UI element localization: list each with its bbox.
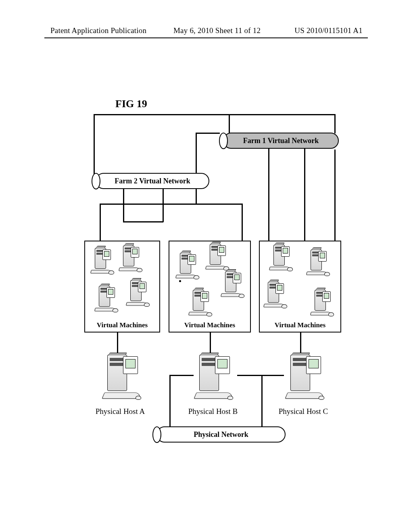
server-icon — [206, 244, 225, 270]
physical-network-label: Physical Network — [194, 430, 248, 439]
server-icon — [177, 253, 195, 278]
server-icon — [265, 282, 283, 308]
vm-group-a: Virtual Machines — [84, 241, 160, 332]
header-right: US 2010/0115101 A1 — [294, 26, 363, 35]
header-rule — [44, 37, 368, 38]
farm1-to-a — [100, 204, 101, 242]
farm2-conn-mid — [163, 189, 164, 222]
physical-host-a-label: Physical Host A — [88, 407, 152, 416]
vm-group-a-label: Virtual Machines — [85, 321, 159, 329]
physical-host-c-label: Physical Host C — [271, 407, 336, 416]
physical-host-a-icon — [104, 355, 137, 399]
physical-network: Physical Network — [156, 426, 286, 443]
server-icon — [270, 245, 289, 270]
farm2-network-label: Farm 2 Virtual Network — [115, 177, 190, 185]
server-icon — [307, 249, 326, 275]
header-middle: May 6, 2010 Sheet 11 of 12 — [173, 26, 261, 35]
farm2-h — [123, 221, 163, 222]
farm2-network: Farm 2 Virtual Network — [96, 173, 209, 189]
server-icon — [311, 290, 330, 316]
server-icon — [120, 245, 138, 271]
server-icon — [222, 271, 240, 297]
farm2-conn-a — [123, 189, 124, 221]
cyl-cap-icon — [92, 173, 100, 189]
phys-conn-mid-h — [237, 375, 262, 376]
phys-conn-left — [169, 375, 171, 428]
cyl-cap-icon — [152, 426, 161, 443]
page: Patent Application Publication May 6, 20… — [0, 0, 413, 532]
farm1-conn-b — [268, 149, 269, 242]
phys-conn-mid — [261, 375, 263, 428]
dot-icon — [179, 280, 181, 282]
frame-right-lower — [334, 150, 336, 241]
farm1-network-label: Farm 1 Virtual Network — [243, 137, 319, 145]
header-left: Patent Application Publication — [50, 26, 146, 35]
server-icon — [190, 290, 208, 316]
farm1-conn-top — [229, 114, 230, 133]
physical-host-b-icon — [196, 355, 229, 399]
frame-top — [94, 114, 336, 115]
figure-title: FIG 19 — [115, 98, 147, 110]
farm1-network: Farm 1 Virtual Network — [223, 133, 339, 149]
phys-conn-left-h — [169, 375, 194, 376]
frame-right-upper — [334, 114, 336, 133]
physical-host-b-label: Physical Host B — [181, 407, 245, 416]
farm1-left-down — [196, 133, 197, 204]
physical-host-c-icon — [287, 355, 320, 399]
cyl-cap-icon — [219, 133, 228, 149]
frame-left — [94, 114, 95, 175]
farm1-left-join — [196, 133, 220, 134]
vm-group-c-label: Virtual Machines — [260, 321, 340, 329]
farm1-hrun — [100, 204, 243, 205]
farm1-to-b2 — [242, 204, 243, 242]
farm1-conn-c — [304, 149, 305, 242]
vm-group-b-label: Virtual Machines — [169, 321, 250, 329]
server-icon — [96, 286, 114, 312]
phys-conn-right-h — [261, 375, 284, 376]
server-icon — [92, 248, 110, 274]
vm-group-b: Virtual Machines — [169, 241, 251, 332]
vm-group-c: Virtual Machines — [259, 241, 341, 332]
server-icon — [127, 280, 146, 306]
